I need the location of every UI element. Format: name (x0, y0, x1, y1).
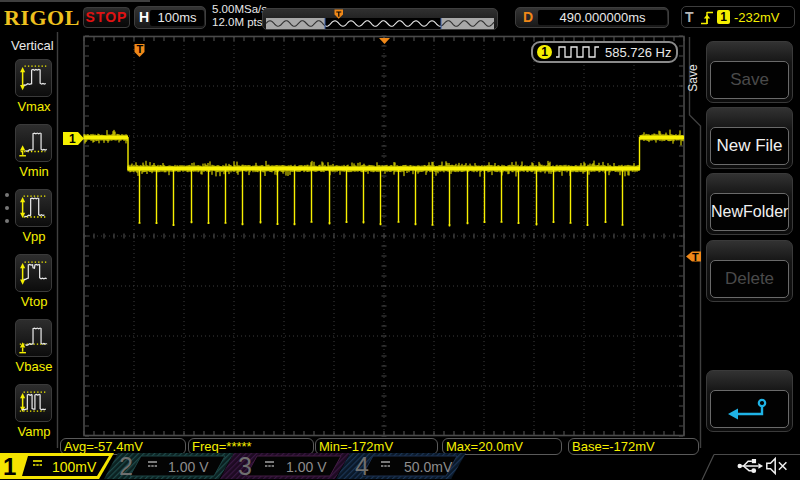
svg-text:1: 1 (69, 132, 76, 146)
svg-text:T: T (692, 251, 699, 263)
svg-text:T: T (137, 43, 144, 55)
